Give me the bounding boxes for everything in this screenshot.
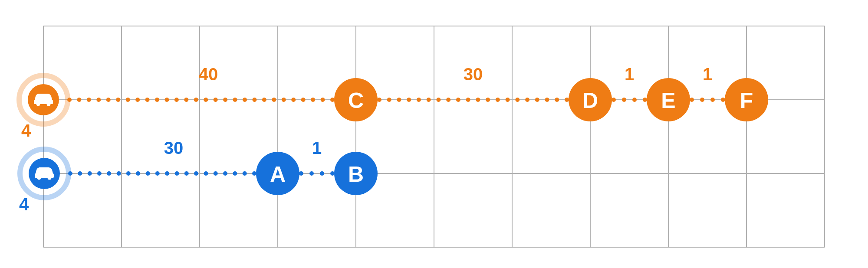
edge-dot <box>174 171 179 176</box>
edge-dot <box>155 98 159 102</box>
edge-dot <box>204 98 208 102</box>
edge-e-f-weight: 1 <box>703 65 712 84</box>
edge-dot <box>282 98 286 102</box>
edge-dot <box>136 171 140 176</box>
vehicle-orange-capacity: 4 <box>21 121 31 140</box>
edge-dot <box>525 98 529 102</box>
edge-dot <box>233 171 237 176</box>
route-diagram: 403011301CDEFAB44 <box>0 0 868 268</box>
edge-dot <box>377 98 381 102</box>
edge-c-d: 30 <box>377 65 569 102</box>
edge-dot <box>643 98 647 102</box>
edge-dot <box>88 171 92 176</box>
edge-dot <box>145 98 150 102</box>
edge-dot <box>262 98 266 102</box>
edge-dot <box>146 171 150 176</box>
edge-dot <box>204 171 208 176</box>
edge-dot <box>194 171 198 176</box>
edge-dot <box>565 98 569 102</box>
edge-dot <box>174 98 179 102</box>
edge-dot <box>252 98 256 102</box>
edge-dot <box>77 98 81 102</box>
edge-dot <box>78 171 82 176</box>
edge-dot <box>309 171 314 176</box>
edge-dot <box>330 171 335 176</box>
svg-point-1 <box>47 102 51 106</box>
edge-dot <box>155 171 160 176</box>
edge-dot <box>320 171 324 176</box>
edge-dot <box>321 98 325 102</box>
edge-dot <box>311 98 315 102</box>
edge-dot <box>427 98 431 102</box>
edge-dot <box>126 98 130 102</box>
edge-dot <box>545 98 549 102</box>
edge-orange-start-c-weight: 40 <box>199 65 218 84</box>
edge-dot <box>301 98 306 102</box>
edge-d-e-weight: 1 <box>625 65 634 84</box>
edge-dot <box>397 98 401 102</box>
edge-dot <box>515 98 519 102</box>
edge-dot <box>632 98 637 102</box>
edge-dot <box>476 98 480 102</box>
svg-point-2 <box>37 176 41 180</box>
node-b: B <box>334 152 378 195</box>
edge-dot <box>272 98 276 102</box>
edge-a-b-weight: 1 <box>312 138 322 157</box>
edge-dot <box>96 98 101 102</box>
edge-dot <box>486 98 490 102</box>
edge-dot <box>690 98 694 102</box>
grid <box>43 26 825 247</box>
edge-dot <box>106 98 111 102</box>
edge-dot <box>407 98 411 102</box>
edge-dot <box>194 98 198 102</box>
edge-d-e: 1 <box>612 65 647 102</box>
edge-dot <box>107 171 111 176</box>
edges: 403011301 <box>67 65 725 176</box>
edge-dot <box>97 171 102 176</box>
edge-dot <box>135 98 140 102</box>
edge-dot <box>436 98 441 102</box>
node-a-label: A <box>270 162 286 186</box>
node-d: D <box>569 78 612 121</box>
edge-dot <box>233 98 237 102</box>
node-b-label: B <box>348 162 364 186</box>
edge-dot <box>466 98 470 102</box>
edge-dot <box>223 171 227 176</box>
edge-dot <box>456 98 460 102</box>
edge-dot <box>165 171 169 176</box>
svg-point-0 <box>36 102 40 106</box>
edge-dot <box>555 98 559 102</box>
edge-dot <box>243 98 247 102</box>
node-a: A <box>256 152 299 195</box>
diagram-canvas: 403011301CDEFAB44 <box>0 0 868 268</box>
edge-dot <box>117 171 121 176</box>
edge-dot <box>214 171 218 176</box>
edge-dot <box>700 98 704 102</box>
edge-blue-start-a: 30 <box>68 138 256 176</box>
edge-dot <box>417 98 421 102</box>
edge-dot <box>164 98 169 102</box>
node-c-label: C <box>348 88 364 113</box>
edge-dot <box>710 98 715 102</box>
edge-dot <box>496 98 500 102</box>
edge-dot <box>243 171 247 176</box>
edge-dot <box>291 98 296 102</box>
node-e-label: E <box>661 88 675 113</box>
edge-dot <box>299 171 303 176</box>
edge-dot <box>184 98 188 102</box>
edge-dot <box>612 98 616 102</box>
edge-c-d-weight: 30 <box>464 65 483 84</box>
edge-dot <box>506 98 510 102</box>
edge-dot <box>721 98 725 102</box>
node-e: E <box>647 78 690 121</box>
edge-dot <box>184 171 189 176</box>
svg-point-3 <box>48 176 52 180</box>
edge-dot <box>446 98 450 102</box>
edge-a-b: 1 <box>299 138 335 176</box>
edge-dot <box>116 98 120 102</box>
edge-dot <box>87 98 91 102</box>
edge-dot <box>223 98 227 102</box>
edge-dot <box>214 98 218 102</box>
edge-dot <box>330 98 335 102</box>
edge-dot <box>126 171 131 176</box>
